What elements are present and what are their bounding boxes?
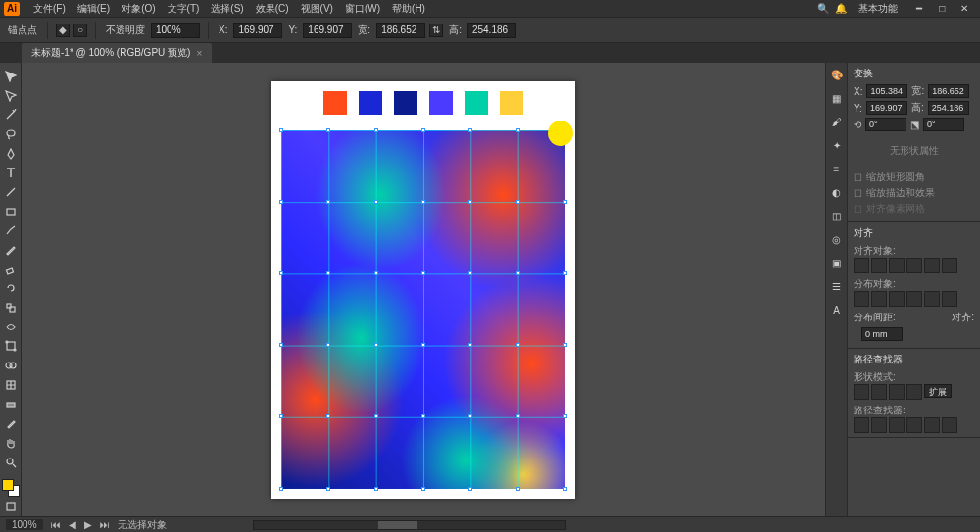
pencil-tool[interactable] xyxy=(1,240,21,260)
mesh-anchor[interactable] xyxy=(516,343,520,347)
mesh-anchor[interactable] xyxy=(374,343,378,347)
opacity-field[interactable]: 100% xyxy=(151,23,200,38)
menu-object[interactable]: 对象(O) xyxy=(116,2,161,16)
swatch-5[interactable] xyxy=(465,91,488,115)
width-tool[interactable] xyxy=(1,317,21,337)
align-hcenter[interactable] xyxy=(871,258,887,273)
mesh-anchor[interactable] xyxy=(326,271,330,275)
scale-corners-option[interactable]: ☐缩放矩形圆角 xyxy=(854,170,974,184)
lasso-tool[interactable] xyxy=(1,124,21,144)
stroke-panel-icon[interactable]: ≡ xyxy=(829,161,845,176)
transform-shear[interactable]: 0° xyxy=(923,118,964,131)
rectangle-tool[interactable] xyxy=(1,202,21,221)
gradient-tool[interactable] xyxy=(1,395,21,414)
pf-minus-back[interactable] xyxy=(942,417,957,433)
pf-unite[interactable] xyxy=(854,384,869,400)
eyedropper-tool[interactable] xyxy=(1,413,21,433)
menu-type[interactable]: 文字(T) xyxy=(162,2,206,16)
brushes-panel-icon[interactable]: 🖌 xyxy=(829,114,845,129)
fill-stroke-swatch[interactable] xyxy=(2,479,20,497)
mesh-anchor[interactable] xyxy=(564,343,567,347)
convert-anchor-icon[interactable]: ◆ xyxy=(56,24,70,37)
dist-left[interactable] xyxy=(906,291,922,307)
artboard[interactable] xyxy=(271,81,575,499)
mesh-anchor[interactable] xyxy=(516,414,520,418)
swatch-3[interactable] xyxy=(394,91,417,115)
mesh-anchor[interactable] xyxy=(279,200,283,204)
maximize-button[interactable]: □ xyxy=(932,3,952,14)
menu-file[interactable]: 文件(F) xyxy=(27,2,72,16)
menu-select[interactable]: 选择(S) xyxy=(205,2,249,16)
mesh-anchor[interactable] xyxy=(516,487,520,491)
canvas[interactable] xyxy=(22,63,825,516)
h-field[interactable]: 254.186 xyxy=(467,23,516,38)
nav-prev-icon[interactable]: ◀ xyxy=(69,519,76,530)
convert-anchor-smooth-icon[interactable]: ○ xyxy=(74,24,87,37)
align-right[interactable] xyxy=(889,258,905,273)
mesh-anchor[interactable] xyxy=(326,128,330,132)
mesh-anchor[interactable] xyxy=(421,128,425,132)
mesh-anchor[interactable] xyxy=(374,128,378,132)
mesh-anchor[interactable] xyxy=(421,271,425,275)
transparency-panel-icon[interactable]: ◫ xyxy=(829,208,845,223)
mesh-anchor[interactable] xyxy=(374,487,378,491)
mesh-anchor[interactable] xyxy=(279,487,283,491)
minimize-button[interactable]: ━ xyxy=(909,3,929,14)
transform-x[interactable]: 105.384 xyxy=(866,84,907,98)
document-tab-close[interactable]: × xyxy=(196,48,202,59)
mesh-anchor[interactable] xyxy=(374,271,378,275)
dist-bottom[interactable] xyxy=(889,291,905,307)
scroll-thumb[interactable] xyxy=(378,521,417,529)
swatches-panel-icon[interactable]: ▦ xyxy=(829,90,845,106)
mesh-anchor[interactable] xyxy=(326,414,330,418)
swatch-6[interactable] xyxy=(500,91,523,115)
menu-help[interactable]: 帮助(H) xyxy=(386,2,431,16)
mesh-anchor[interactable] xyxy=(564,487,567,491)
nav-next-icon[interactable]: ▶ xyxy=(84,519,92,530)
gradient-panel-icon[interactable]: ◐ xyxy=(829,184,845,200)
fill-color[interactable] xyxy=(2,479,14,491)
swatch-1[interactable] xyxy=(323,91,347,115)
mesh-anchor[interactable] xyxy=(564,200,567,204)
pen-tool[interactable] xyxy=(1,144,21,164)
hand-tool[interactable] xyxy=(1,433,21,453)
mesh-anchor[interactable] xyxy=(468,271,472,275)
horizontal-scrollbar[interactable] xyxy=(253,520,566,530)
search-icon[interactable]: 🔍 xyxy=(817,3,829,14)
gradient-mesh-object[interactable] xyxy=(281,130,565,489)
mesh-anchor[interactable] xyxy=(564,271,567,275)
type-panel-icon[interactable]: A xyxy=(829,302,845,317)
y-field[interactable]: 169.907 xyxy=(303,23,352,38)
mesh-anchor[interactable] xyxy=(468,200,472,204)
align-bottom[interactable] xyxy=(942,258,957,273)
layers-panel-icon[interactable]: ☰ xyxy=(829,278,845,294)
transform-h[interactable]: 254.186 xyxy=(928,101,969,115)
mesh-anchor[interactable] xyxy=(326,487,330,491)
mesh-anchor[interactable] xyxy=(374,414,378,418)
direct-selection-tool[interactable] xyxy=(1,86,21,106)
mesh-anchor[interactable] xyxy=(468,487,472,491)
transform-y[interactable]: 169.907 xyxy=(866,101,907,115)
selection-tool[interactable] xyxy=(1,67,21,86)
free-transform-tool[interactable] xyxy=(1,337,21,357)
pf-minus-front[interactable] xyxy=(871,384,887,400)
dist-vcenter[interactable] xyxy=(871,291,887,307)
rotate-tool[interactable] xyxy=(1,279,21,299)
dist-top[interactable] xyxy=(854,291,869,307)
mesh-anchor[interactable] xyxy=(516,128,520,132)
color-panel-icon[interactable]: 🎨 xyxy=(829,67,845,82)
mesh-anchor[interactable] xyxy=(326,200,330,204)
magic-wand-tool[interactable] xyxy=(1,105,21,124)
nav-last-icon[interactable]: ⏭ xyxy=(100,519,110,530)
document-tab[interactable]: 未标题-1* @ 100% (RGB/GPU 预览) × xyxy=(22,43,212,63)
transform-w[interactable]: 186.652 xyxy=(928,84,969,98)
screen-mode-icon[interactable] xyxy=(1,497,21,516)
shape-builder-tool[interactable] xyxy=(1,356,21,375)
pf-crop[interactable] xyxy=(906,417,922,433)
workspace-switcher[interactable]: 基本功能 xyxy=(853,2,904,16)
transform-angle[interactable]: 0° xyxy=(865,118,906,131)
menu-view[interactable]: 视图(V) xyxy=(295,2,339,16)
align-left[interactable] xyxy=(854,258,869,273)
appearance-panel-icon[interactable]: ◎ xyxy=(829,231,845,247)
mesh-anchor[interactable] xyxy=(374,200,378,204)
